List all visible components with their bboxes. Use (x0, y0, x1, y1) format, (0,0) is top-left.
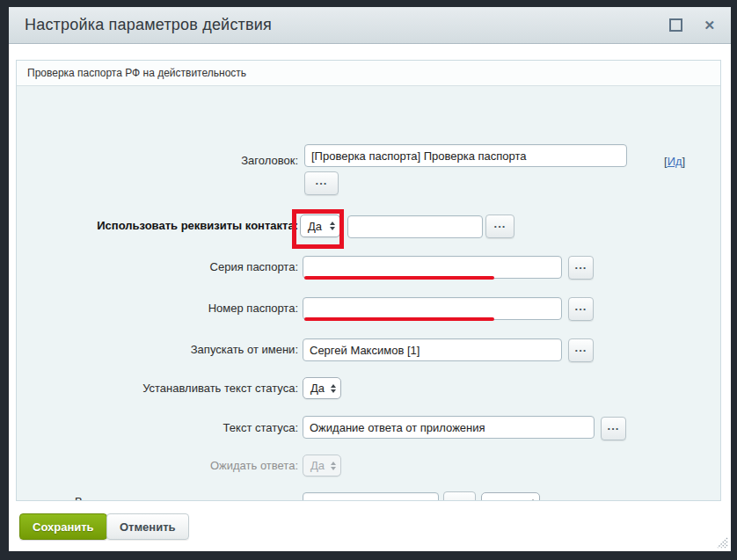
wait-period-unit-select[interactable]: секунд (481, 492, 540, 501)
id-link[interactable]: Ид (668, 155, 682, 168)
dialog-title: Настройка параметров действия (25, 16, 669, 34)
close-icon[interactable]: ✕ (704, 18, 715, 32)
select-arrows-icon (330, 222, 335, 230)
run-as-input[interactable] (303, 338, 562, 361)
set-status-label: Устанавливать текст статуса: (17, 382, 298, 396)
title-more-button[interactable]: ... (304, 171, 339, 195)
run-as-more-button[interactable]: ... (568, 338, 594, 362)
wait-period-input[interactable] (303, 492, 439, 501)
number-input[interactable] (303, 297, 562, 320)
use-contact-more-button[interactable]: ... (485, 215, 514, 238)
action-settings-dialog: Настройка параметров действия ✕ Проверка… (9, 7, 731, 551)
use-contact-label: Использовать реквизиты контакта: (17, 219, 298, 233)
form-body: Заголовок: ... [Ид] Использовать реквизи… (17, 86, 720, 501)
select-arrows-icon (331, 462, 336, 470)
save-button[interactable]: Сохранить (19, 513, 107, 540)
series-label: Серия паспорта: (17, 260, 298, 274)
use-contact-input[interactable] (347, 215, 483, 238)
status-text-input[interactable] (303, 416, 595, 439)
cancel-button[interactable]: Отменить (106, 513, 189, 540)
window-controls: ✕ (669, 18, 715, 32)
action-params-panel: Проверка паспорта РФ на действительность… (16, 60, 721, 501)
id-link-wrap: [Ид] (664, 155, 685, 168)
dialog-footer: Сохранить Отменить (9, 501, 731, 551)
resize-grip[interactable] (716, 536, 728, 549)
select-arrows-icon (331, 384, 336, 393)
title-input[interactable] (304, 144, 627, 167)
set-status-select-value: Да (310, 382, 325, 395)
series-more-button[interactable]: ... (568, 256, 594, 280)
use-contact-select[interactable]: Да (300, 215, 340, 237)
wait-answer-select-value: Да (310, 459, 325, 472)
series-input[interactable] (303, 256, 562, 279)
status-text-label: Текст статуса: (17, 421, 298, 435)
status-text-more-button[interactable]: ... (601, 417, 626, 440)
dialog-titlebar[interactable]: Настройка параметров действия ✕ (9, 7, 731, 44)
title-label: Заголовок: (17, 154, 298, 168)
maximize-icon[interactable] (669, 18, 682, 32)
run-as-label: Запускать от имени: (17, 343, 298, 357)
use-contact-select-value: Да (308, 220, 322, 233)
wait-period-more-button[interactable]: ... (443, 491, 476, 501)
number-more-button[interactable]: ... (568, 297, 594, 321)
wait-answer-label: Ожидать ответа: (17, 459, 298, 473)
wait-answer-select: Да (303, 455, 341, 476)
action-name-header: Проверка паспорта РФ на действительность (17, 61, 720, 86)
screen-background: Настройка параметров действия ✕ Проверка… (0, 0, 737, 560)
set-status-select[interactable]: Да (303, 377, 341, 399)
number-label: Номер паспорта: (17, 302, 298, 316)
